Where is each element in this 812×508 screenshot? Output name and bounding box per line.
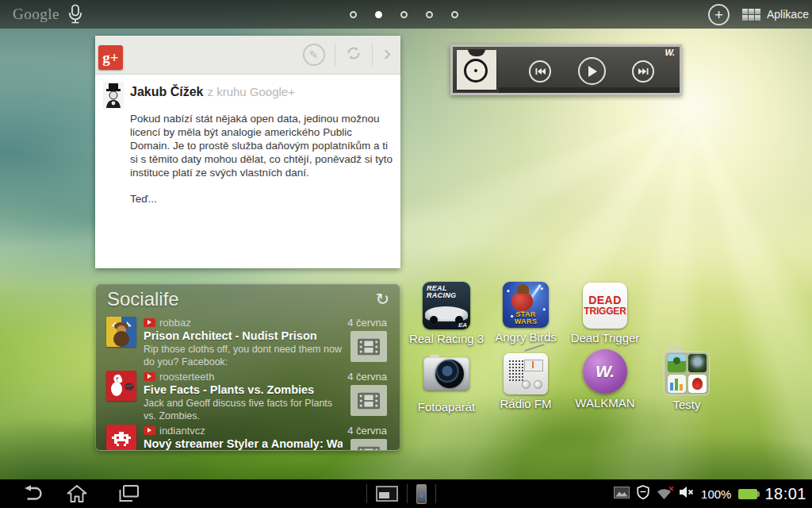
- feed-title: Prison Architect - Nudist Prison: [144, 329, 343, 342]
- apps-drawer-button[interactable]: Aplikace: [742, 0, 809, 29]
- mini-app-icon: [688, 354, 707, 372]
- top-bar: Google + Aplikace: [0, 0, 812, 29]
- album-art[interactable]: [457, 50, 496, 90]
- recent-apps-button[interactable]: [117, 484, 140, 506]
- mini-app-icon: [668, 354, 686, 372]
- app-label: Angry Birds: [495, 330, 557, 344]
- real-racing-3-icon: REAL RACING EA: [423, 282, 470, 329]
- google-plus-widget[interactable]: g+ ✎ ›: [95, 36, 400, 268]
- app-label: Real Racing 3: [409, 332, 484, 345]
- next-track-button[interactable]: [632, 60, 654, 83]
- avatar-robbaz: [106, 317, 136, 347]
- app-dead-trigger[interactable]: DEAD TRIGGER Dead Trigger: [565, 283, 645, 344]
- socialife-refresh-icon[interactable]: ↻: [375, 291, 389, 307]
- mute-icon: [679, 486, 694, 502]
- wifi-off-icon: ✕: [657, 487, 672, 500]
- youtube-icon: [144, 318, 155, 327]
- post-source: z kruhu Google+: [207, 85, 295, 98]
- feed-username: robbaz: [159, 317, 191, 329]
- app-label: Testy: [672, 398, 700, 411]
- screenshot-notification-icon[interactable]: [614, 487, 630, 502]
- app-camera[interactable]: Fotoaparát: [407, 350, 486, 414]
- chevron-right-icon[interactable]: ›: [384, 42, 391, 64]
- app-fm-radio[interactable]: Rádio FM: [486, 347, 565, 410]
- remote-control-small-app-icon[interactable]: [416, 484, 427, 504]
- small-apps-tray: [366, 483, 436, 504]
- post-author-name[interactable]: Jakub Čížek: [130, 85, 203, 98]
- socialife-widget[interactable]: Socialife ↻ robbaz P: [95, 284, 400, 451]
- page-dot-2-active[interactable]: [375, 11, 382, 18]
- apps-grid-icon: [742, 9, 760, 21]
- feed-username: roosterteeth: [159, 371, 214, 383]
- app-label: Rádio FM: [500, 397, 551, 410]
- avatar-indiantvcz: [106, 425, 136, 451]
- page-dot-3[interactable]: [400, 11, 408, 18]
- feed-title: Nový streamer Styler a Anomaly: Warzone …: [144, 437, 343, 450]
- add-widget-button[interactable]: +: [708, 4, 730, 25]
- feed-date: 4 června: [347, 425, 387, 437]
- page-dot-5[interactable]: [451, 11, 458, 18]
- clock[interactable]: 18:01: [764, 485, 806, 503]
- refresh-icon[interactable]: [345, 44, 362, 65]
- battery-icon: [738, 489, 757, 499]
- google-plus-post[interactable]: Jakub Čížekz kruhu Google+ Pokud nabízí …: [103, 82, 389, 205]
- feed-item-indiantvcz[interactable]: indiantvcz Nový streamer Styler a Anomal…: [96, 420, 400, 451]
- feed-description: Rip those cloths off, you dont need them…: [144, 343, 343, 368]
- home-button[interactable]: [67, 484, 87, 506]
- feed-title: Five Facts - Plants vs. Zombies: [144, 383, 343, 396]
- avatar-roosterteeth: [106, 371, 136, 401]
- angry-birds-icon: STAR WARS: [503, 282, 549, 328]
- app-real-racing-3[interactable]: REAL RACING EA Real Racing 3: [407, 282, 486, 345]
- page-dot-4[interactable]: [426, 11, 433, 18]
- walkman-music-widget[interactable]: W.: [450, 44, 682, 95]
- feed-date: 4 června: [347, 371, 387, 383]
- play-button[interactable]: [578, 57, 606, 85]
- screenshot-small-app-icon[interactable]: [376, 486, 398, 502]
- folder-icon: [664, 346, 710, 395]
- app-angry-birds[interactable]: STAR WARS Angry Birds: [486, 282, 565, 344]
- youtube-icon: [144, 372, 155, 381]
- system-bar: ✕ 100% 18:01: [0, 479, 812, 508]
- fm-radio-icon: [504, 353, 548, 394]
- app-walkman[interactable]: W. WALKMAN: [565, 349, 645, 410]
- tablet-home-screen: Google + Aplikace g+ ✎: [0, 0, 812, 508]
- feed-item-robbaz[interactable]: robbaz Prison Architect - Nudist Prison …: [96, 312, 400, 366]
- walkman-logo-icon: W.: [665, 48, 675, 57]
- app-label: Dead Trigger: [571, 331, 640, 344]
- status-tray[interactable]: ✕ 100% 18:01: [614, 479, 806, 508]
- google-plus-widget-header: g+ ✎ ›: [95, 36, 400, 75]
- feed-username: indiantvcz: [159, 425, 205, 437]
- dead-trigger-icon: DEAD TRIGGER: [583, 283, 627, 329]
- socialife-title: Socialife: [107, 288, 179, 310]
- app-folder-testy[interactable]: Testy: [647, 346, 726, 411]
- google-search-button[interactable]: Google: [13, 6, 59, 23]
- app-label: WALKMAN: [575, 396, 634, 410]
- compose-post-icon[interactable]: ✎: [303, 44, 325, 66]
- feed-item-roosterteeth[interactable]: roosterteeth Five Facts - Plants vs. Zom…: [96, 366, 400, 420]
- video-thumbnail-icon[interactable]: [350, 385, 387, 416]
- camera-icon: [423, 350, 470, 398]
- page-indicator: [350, 0, 458, 29]
- google-plus-logo-icon[interactable]: g+: [98, 45, 123, 70]
- video-thumbnail-icon[interactable]: [350, 439, 387, 451]
- app-label: Fotoaparát: [418, 400, 476, 414]
- apps-drawer-label: Aplikace: [767, 8, 809, 21]
- mini-app-icon: [688, 375, 707, 393]
- post-body-text: Pokud nabízí stát nějaká open data, jedi…: [130, 112, 393, 179]
- feed-date: 4 června: [347, 317, 387, 329]
- page-dot-1[interactable]: [350, 11, 357, 18]
- walkman-app-icon: W.: [583, 349, 627, 394]
- feed-description: Jack and Geoff discuss five facts for Pl…: [144, 397, 343, 422]
- post-more-text: Teď...: [130, 193, 389, 205]
- mini-app-icon: [668, 375, 686, 393]
- back-button[interactable]: [22, 484, 44, 506]
- guard-shield-icon: [637, 485, 649, 502]
- battery-percentage: 100%: [701, 487, 731, 501]
- youtube-icon: [144, 426, 155, 435]
- avatar: [103, 82, 124, 109]
- previous-track-button[interactable]: [529, 60, 551, 83]
- voice-search-icon[interactable]: [68, 4, 82, 29]
- video-thumbnail-icon[interactable]: [350, 331, 387, 362]
